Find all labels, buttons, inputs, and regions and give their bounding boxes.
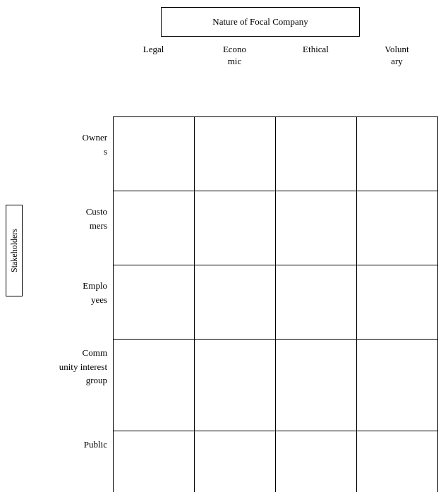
cell-community-voluntary [357,340,438,431]
cell-public-ethical [276,431,357,493]
cell-public-economic [195,431,276,493]
row-label-community: Community interestgroup [32,346,113,388]
col-header-voluntary: Volunt ary [356,44,437,68]
row-label-public: Public [49,438,113,452]
col-header-legal-line1: Legal [113,44,194,56]
cell-employees-legal [114,265,195,340]
cell-owners-economic [195,117,276,191]
col-header-voluntary-line1: Volunt [356,44,437,56]
grid-table [113,116,438,492]
page-title: Nature of Focal Company [212,16,308,28]
stakeholders-label-box: Stakeholders [6,205,23,296]
grid-row-employees [114,265,438,340]
col-header-economic: Econo mic [194,44,275,68]
col-header-economic-line2: mic [194,56,275,68]
row-label-employees: Employees [49,279,113,306]
col-header-voluntary-line2: ary [356,56,437,68]
cell-owners-ethical [276,117,357,191]
cell-employees-voluntary [357,265,438,340]
col-header-legal: Legal [113,44,194,68]
grid-row-public [114,431,438,493]
cell-customers-voluntary [357,191,438,265]
row-label-customers: Customers [49,205,113,232]
cell-public-legal [114,431,195,493]
col-header-ethical: Ethical [275,44,356,68]
grid-row-community [114,340,438,431]
cell-community-legal [114,340,195,431]
cell-customers-legal [114,191,195,265]
column-headers: Legal Econo mic Ethical Volunt ary [113,44,437,68]
cell-customers-economic [195,191,276,265]
cell-community-economic [195,340,276,431]
cell-employees-economic [195,265,276,340]
row-label-owners: Owners [49,131,113,158]
cell-employees-ethical [276,265,357,340]
cell-customers-ethical [276,191,357,265]
cell-owners-legal [114,117,195,191]
matrix-grid [113,116,438,492]
cell-public-voluntary [357,431,438,493]
page: Nature of Focal Company Legal Econo mic … [0,0,448,492]
grid-row-customers [114,191,438,265]
col-header-economic-line1: Econo [194,44,275,56]
cell-community-ethical [276,340,357,431]
title-box: Nature of Focal Company [161,7,360,37]
stakeholders-label-text: Stakeholders [9,229,20,272]
col-header-ethical-line1: Ethical [275,44,356,56]
grid-row-owners [114,117,438,191]
cell-owners-voluntary [357,117,438,191]
